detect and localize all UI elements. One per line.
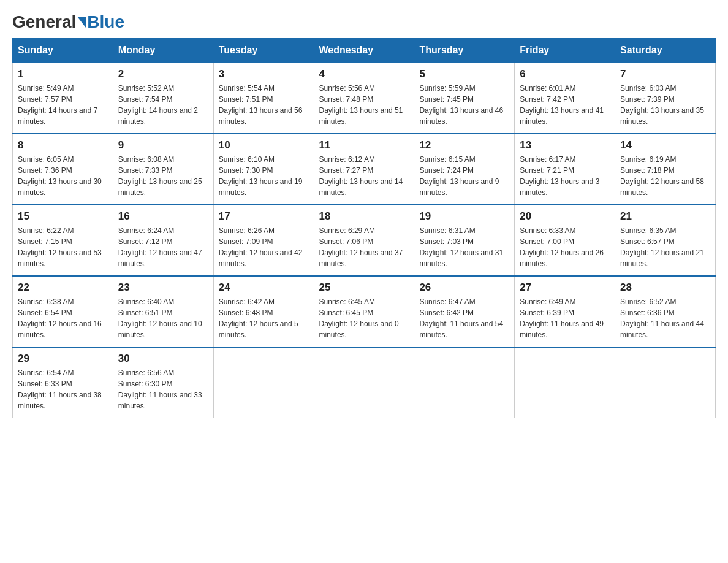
- calendar-week-row: 22Sunrise: 6:38 AMSunset: 6:54 PMDayligh…: [13, 276, 716, 347]
- day-number: 26: [419, 282, 509, 294]
- day-info: Sunrise: 6:40 AMSunset: 6:51 PMDaylight:…: [118, 296, 208, 340]
- day-number: 1: [18, 68, 108, 80]
- calendar-header-monday: Monday: [113, 39, 213, 63]
- day-info: Sunrise: 6:08 AMSunset: 7:33 PMDaylight:…: [118, 154, 208, 198]
- calendar-cell: 24Sunrise: 6:42 AMSunset: 6:48 PMDayligh…: [213, 276, 314, 347]
- calendar-cell: 5Sunrise: 5:59 AMSunset: 7:45 PMDaylight…: [414, 63, 515, 134]
- day-info: Sunrise: 6:42 AMSunset: 6:48 PMDaylight:…: [219, 296, 309, 340]
- calendar-cell: [515, 347, 615, 418]
- day-number: 23: [118, 282, 208, 294]
- day-number: 15: [18, 210, 108, 223]
- logo-triangle-icon: [77, 17, 86, 28]
- calendar-cell: 16Sunrise: 6:24 AMSunset: 7:12 PMDayligh…: [113, 205, 213, 276]
- day-info: Sunrise: 6:56 AMSunset: 6:30 PMDaylight:…: [118, 367, 208, 412]
- day-number: 19: [419, 210, 509, 223]
- calendar-cell: 12Sunrise: 6:15 AMSunset: 7:24 PMDayligh…: [414, 134, 515, 205]
- day-number: 3: [219, 68, 309, 80]
- calendar-cell: [213, 347, 314, 418]
- day-info: Sunrise: 6:45 AMSunset: 6:45 PMDaylight:…: [319, 296, 409, 340]
- day-info: Sunrise: 5:54 AMSunset: 7:51 PMDaylight:…: [219, 83, 309, 127]
- day-info: Sunrise: 6:22 AMSunset: 7:15 PMDaylight:…: [18, 225, 108, 269]
- calendar-cell: [314, 347, 414, 418]
- calendar-cell: 20Sunrise: 6:33 AMSunset: 7:00 PMDayligh…: [515, 205, 615, 276]
- calendar-cell: 27Sunrise: 6:49 AMSunset: 6:39 PMDayligh…: [515, 276, 615, 347]
- day-info: Sunrise: 6:24 AMSunset: 7:12 PMDaylight:…: [118, 225, 208, 269]
- day-number: 9: [118, 139, 208, 151]
- calendar-header-friday: Friday: [515, 39, 615, 63]
- day-info: Sunrise: 6:17 AMSunset: 7:21 PMDaylight:…: [520, 154, 610, 198]
- day-number: 18: [319, 210, 409, 223]
- day-info: Sunrise: 5:52 AMSunset: 7:54 PMDaylight:…: [118, 83, 208, 127]
- calendar-table: SundayMondayTuesdayWednesdayThursdayFrid…: [12, 38, 716, 418]
- day-number: 27: [520, 282, 610, 294]
- calendar-cell: 18Sunrise: 6:29 AMSunset: 7:06 PMDayligh…: [314, 205, 414, 276]
- calendar-header-sunday: Sunday: [13, 39, 113, 63]
- calendar-cell: 19Sunrise: 6:31 AMSunset: 7:03 PMDayligh…: [414, 205, 515, 276]
- day-info: Sunrise: 6:10 AMSunset: 7:30 PMDaylight:…: [219, 154, 309, 198]
- calendar-cell: 9Sunrise: 6:08 AMSunset: 7:33 PMDaylight…: [113, 134, 213, 205]
- day-info: Sunrise: 5:56 AMSunset: 7:48 PMDaylight:…: [319, 83, 409, 127]
- calendar-cell: 25Sunrise: 6:45 AMSunset: 6:45 PMDayligh…: [314, 276, 414, 347]
- day-info: Sunrise: 6:52 AMSunset: 6:36 PMDaylight:…: [620, 296, 710, 340]
- day-number: 14: [620, 139, 710, 151]
- day-info: Sunrise: 6:35 AMSunset: 6:57 PMDaylight:…: [620, 225, 710, 269]
- calendar-week-row: 1Sunrise: 5:49 AMSunset: 7:57 PMDaylight…: [13, 63, 716, 134]
- calendar-header-row: SundayMondayTuesdayWednesdayThursdayFrid…: [13, 39, 716, 63]
- day-number: 21: [620, 210, 710, 223]
- day-info: Sunrise: 6:03 AMSunset: 7:39 PMDaylight:…: [620, 83, 710, 127]
- day-number: 6: [520, 68, 610, 80]
- day-info: Sunrise: 6:12 AMSunset: 7:27 PMDaylight:…: [319, 154, 409, 198]
- day-info: Sunrise: 6:05 AMSunset: 7:36 PMDaylight:…: [18, 154, 108, 198]
- day-number: 5: [419, 68, 509, 80]
- day-number: 8: [18, 139, 108, 151]
- day-info: Sunrise: 6:47 AMSunset: 6:42 PMDaylight:…: [419, 296, 509, 340]
- calendar-cell: 28Sunrise: 6:52 AMSunset: 6:36 PMDayligh…: [615, 276, 716, 347]
- day-number: 7: [620, 68, 710, 80]
- logo-blue-text: Blue: [87, 12, 124, 32]
- day-info: Sunrise: 6:49 AMSunset: 6:39 PMDaylight:…: [520, 296, 610, 340]
- day-info: Sunrise: 6:15 AMSunset: 7:24 PMDaylight:…: [419, 154, 509, 198]
- day-number: 4: [319, 68, 409, 80]
- day-number: 28: [620, 282, 710, 294]
- calendar-cell: 23Sunrise: 6:40 AMSunset: 6:51 PMDayligh…: [113, 276, 213, 347]
- logo-general-text: General: [12, 12, 76, 32]
- calendar-cell: 3Sunrise: 5:54 AMSunset: 7:51 PMDaylight…: [213, 63, 314, 134]
- calendar-cell: 17Sunrise: 6:26 AMSunset: 7:09 PMDayligh…: [213, 205, 314, 276]
- calendar-cell: 2Sunrise: 5:52 AMSunset: 7:54 PMDaylight…: [113, 63, 213, 134]
- day-number: 20: [520, 210, 610, 223]
- calendar-header-saturday: Saturday: [615, 39, 716, 63]
- calendar-cell: 22Sunrise: 6:38 AMSunset: 6:54 PMDayligh…: [13, 276, 113, 347]
- day-info: Sunrise: 6:38 AMSunset: 6:54 PMDaylight:…: [18, 296, 108, 340]
- day-number: 24: [219, 282, 309, 294]
- day-number: 11: [319, 139, 409, 151]
- calendar-cell: 11Sunrise: 6:12 AMSunset: 7:27 PMDayligh…: [314, 134, 414, 205]
- calendar-cell: 8Sunrise: 6:05 AMSunset: 7:36 PMDaylight…: [13, 134, 113, 205]
- day-number: 22: [18, 282, 108, 294]
- calendar-cell: 21Sunrise: 6:35 AMSunset: 6:57 PMDayligh…: [615, 205, 716, 276]
- day-info: Sunrise: 6:54 AMSunset: 6:33 PMDaylight:…: [18, 367, 108, 412]
- calendar-header-tuesday: Tuesday: [213, 39, 314, 63]
- calendar-cell: 4Sunrise: 5:56 AMSunset: 7:48 PMDaylight…: [314, 63, 414, 134]
- calendar-cell: 29Sunrise: 6:54 AMSunset: 6:33 PMDayligh…: [13, 347, 113, 418]
- calendar-cell: 13Sunrise: 6:17 AMSunset: 7:21 PMDayligh…: [515, 134, 615, 205]
- calendar-cell: [615, 347, 716, 418]
- day-number: 10: [219, 139, 309, 151]
- day-info: Sunrise: 5:49 AMSunset: 7:57 PMDaylight:…: [18, 83, 108, 127]
- page-header: General Blue: [12, 12, 716, 32]
- day-number: 2: [118, 68, 208, 80]
- day-info: Sunrise: 6:31 AMSunset: 7:03 PMDaylight:…: [419, 225, 509, 269]
- day-info: Sunrise: 6:26 AMSunset: 7:09 PMDaylight:…: [219, 225, 309, 269]
- calendar-cell: 30Sunrise: 6:56 AMSunset: 6:30 PMDayligh…: [113, 347, 213, 418]
- day-number: 29: [18, 353, 108, 365]
- calendar-header-wednesday: Wednesday: [314, 39, 414, 63]
- calendar-cell: 15Sunrise: 6:22 AMSunset: 7:15 PMDayligh…: [13, 205, 113, 276]
- day-number: 12: [419, 139, 509, 151]
- calendar-cell: 6Sunrise: 6:01 AMSunset: 7:42 PMDaylight…: [515, 63, 615, 134]
- day-number: 16: [118, 210, 208, 223]
- calendar-week-row: 8Sunrise: 6:05 AMSunset: 7:36 PMDaylight…: [13, 134, 716, 205]
- day-info: Sunrise: 6:33 AMSunset: 7:00 PMDaylight:…: [520, 225, 610, 269]
- day-info: Sunrise: 6:01 AMSunset: 7:42 PMDaylight:…: [520, 83, 610, 127]
- calendar-cell: [414, 347, 515, 418]
- calendar-cell: 14Sunrise: 6:19 AMSunset: 7:18 PMDayligh…: [615, 134, 716, 205]
- day-number: 17: [219, 210, 309, 223]
